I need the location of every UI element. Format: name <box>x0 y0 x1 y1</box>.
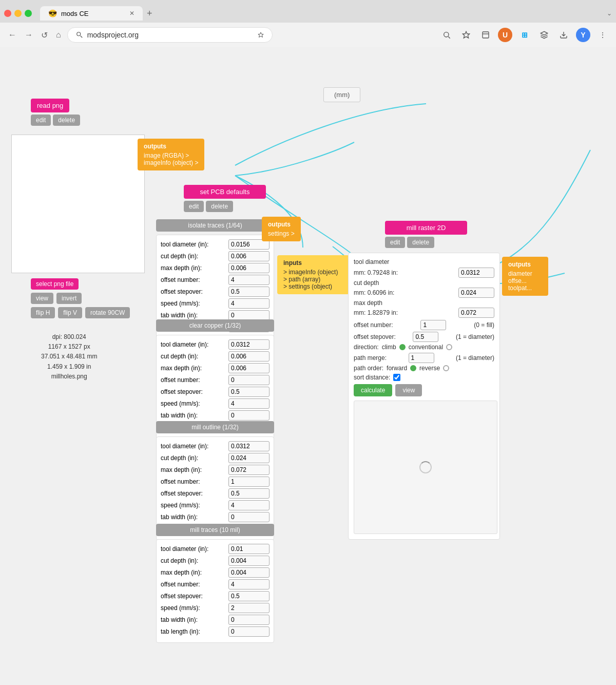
mill-raster-delete-button[interactable]: delete <box>407 237 434 248</box>
mt-max-depth[interactable] <box>228 567 270 578</box>
menu-icon[interactable]: ⋮ <box>595 28 610 42</box>
view-raster-button[interactable]: view <box>395 384 422 396</box>
calculate-button[interactable]: calculate <box>354 384 392 396</box>
set-pcb-edit-button[interactable]: edit <box>184 201 204 212</box>
tab-bar: 😎 mods CE ✕ + ⌄ <box>0 0 616 23</box>
direction-conventional-radio[interactable] <box>446 344 452 350</box>
mo-tab-width[interactable] <box>228 512 270 522</box>
mo-offset-stepover[interactable] <box>228 488 270 499</box>
cc-max-depth[interactable] <box>228 363 270 373</box>
new-tab-button[interactable]: + <box>143 8 157 19</box>
set-pcb-title[interactable]: set PCB defaults <box>184 185 266 199</box>
extensions-icon[interactable] <box>537 28 551 42</box>
cc-cut-depth[interactable] <box>228 351 270 361</box>
mo-max-depth[interactable] <box>228 465 270 475</box>
outputs-box-2[interactable]: outputs settings > <box>262 217 301 241</box>
mr-path-merge-input[interactable] <box>409 353 434 363</box>
mt-cut-depth[interactable] <box>228 556 270 566</box>
mt-row-2: max depth (in): <box>161 567 270 578</box>
outputs-box-3[interactable]: outputs diameter offse... toolpat... <box>502 257 548 296</box>
invert-button[interactable]: invert <box>56 293 82 304</box>
mill-raster-edit-button[interactable]: edit <box>385 237 405 248</box>
tab-close-button[interactable]: ✕ <box>129 10 134 17</box>
flip-v-button[interactable]: flip V <box>58 307 82 318</box>
fullscreen-button[interactable] <box>25 10 32 17</box>
raster-canvas-preview <box>354 401 497 534</box>
mr-cut-depth-input[interactable] <box>458 288 494 298</box>
mt-offset-number[interactable] <box>228 579 270 589</box>
microsoft-icon[interactable]: ⊞ <box>517 28 532 42</box>
mo-offset-number[interactable] <box>228 477 270 487</box>
select-png-button[interactable]: select png file <box>31 278 79 290</box>
view-button[interactable]: view <box>31 293 53 304</box>
mt-speed[interactable] <box>228 603 270 613</box>
active-tab[interactable]: 😎 mods CE ✕ <box>40 6 143 21</box>
mo-row-1: cut depth (in): <box>161 453 270 463</box>
it-tab-width[interactable] <box>228 310 270 320</box>
minimize-button[interactable] <box>14 10 22 17</box>
mt-tool-diameter[interactable] <box>228 544 270 554</box>
mr-action-buttons: calculate view <box>354 384 494 396</box>
window-icon[interactable] <box>478 28 493 42</box>
back-button[interactable]: ← <box>6 28 18 42</box>
profile-icon[interactable]: Y <box>576 28 590 42</box>
mill-raster-panel: tool diameter mm: 0.79248 in: cut depth … <box>348 253 500 540</box>
mr-offset-stepover-input[interactable] <box>413 332 438 342</box>
flip-h-button[interactable]: flip H <box>31 307 55 318</box>
mr-tool-diameter-input[interactable] <box>458 268 494 278</box>
mr-max-depth-values: mm: 1.82879 in: <box>354 308 494 318</box>
mo-tool-diameter[interactable] <box>228 441 270 451</box>
it-row-0: tool diameter (in): <box>161 239 270 250</box>
mt-offset-stepover[interactable] <box>228 591 270 601</box>
tab-expand-icon[interactable]: ⌄ <box>607 10 612 17</box>
mt-row-0: tool diameter (in): <box>161 544 270 554</box>
mr-td-mm: 0.79248 <box>368 269 390 276</box>
cc-speed[interactable] <box>228 398 270 409</box>
mill-traces-header[interactable]: mill traces (10 mil) <box>156 524 274 536</box>
forward-button[interactable]: → <box>23 28 35 42</box>
cc-offset-stepover[interactable] <box>228 387 270 397</box>
home-button[interactable]: ⌂ <box>54 28 63 42</box>
loading-spinner <box>419 461 432 473</box>
it-speed[interactable] <box>228 298 270 309</box>
mr-max-depth-input[interactable] <box>458 308 494 318</box>
mt-tab-length[interactable] <box>228 626 270 637</box>
inputs-line-1: > path (array) <box>283 276 343 283</box>
it-cut-depth[interactable] <box>228 251 270 261</box>
it-max-depth[interactable] <box>228 263 270 273</box>
read-png-delete-button[interactable]: delete <box>53 115 80 126</box>
address-bar: ← → ↺ ⌂ modsproject.org U ⊞ <box>0 23 616 47</box>
cc-tool-diameter[interactable] <box>228 339 270 350</box>
cc-tab-width[interactable] <box>228 410 270 421</box>
svg-rect-6 <box>483 32 489 38</box>
mo-cut-depth[interactable] <box>228 453 270 463</box>
close-button[interactable] <box>4 10 11 17</box>
path-order-forward-radio[interactable] <box>410 365 416 371</box>
reload-button[interactable]: ↺ <box>39 28 50 42</box>
bookmark-icon[interactable] <box>459 28 473 42</box>
user-u-icon[interactable]: U <box>498 28 512 42</box>
outputs-node-2: outputs settings > <box>262 217 301 241</box>
search-icon[interactable] <box>439 28 454 42</box>
mt-tab-width[interactable] <box>228 615 270 625</box>
outputs-box-1[interactable]: outputs image (RGBA) > imageInfo (object… <box>138 139 204 170</box>
inputs-box[interactable]: inputs > imageInfo (object) > path (arra… <box>277 255 349 294</box>
address-input[interactable]: modsproject.org <box>67 27 273 43</box>
download-icon[interactable] <box>556 28 571 42</box>
mill-outline-header[interactable]: mill outline (1/32) <box>156 421 274 433</box>
rotate-button[interactable]: rotate 90CW <box>85 307 130 318</box>
read-png-edit-button[interactable]: edit <box>31 115 51 126</box>
it-offset-number[interactable] <box>228 275 270 285</box>
mo-speed[interactable] <box>228 500 270 510</box>
cc-offset-number[interactable] <box>228 375 270 385</box>
read-png-title[interactable]: read png <box>31 99 69 112</box>
isolate-traces-header[interactable]: isolate traces (1/64) <box>156 219 274 232</box>
direction-climb-radio[interactable] <box>399 344 406 350</box>
sort-distance-checkbox[interactable] <box>393 374 400 381</box>
it-offset-stepover[interactable] <box>228 287 270 297</box>
path-order-reverse-radio[interactable] <box>443 365 449 371</box>
set-pcb-delete-button[interactable]: delete <box>206 201 233 212</box>
mill-raster-title[interactable]: mill raster 2D <box>385 221 467 235</box>
mr-offset-number-input[interactable] <box>420 320 446 330</box>
clear-copper-header[interactable]: clear copper (1/32) <box>156 319 274 332</box>
